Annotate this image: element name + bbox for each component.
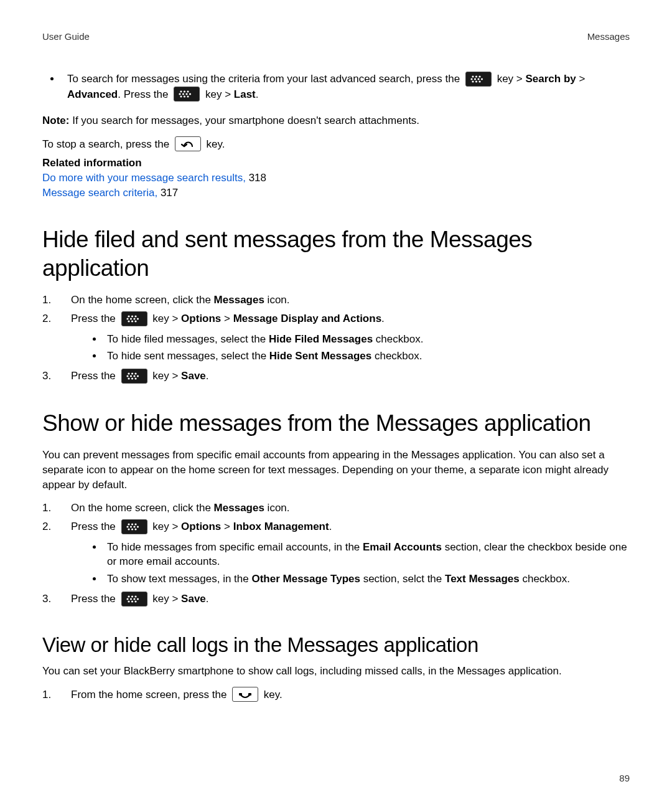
- header-right: Messages: [587, 30, 630, 43]
- text: >: [221, 313, 233, 324]
- section-heading-hide-filed-sent: Hide filed and sent messages from the Me…: [42, 225, 630, 283]
- text: To show text messages, in the: [107, 573, 251, 585]
- step-item: From the home screen, press the key.: [42, 687, 630, 703]
- bb-key-icon: [121, 369, 147, 384]
- text: Inbox Management: [233, 521, 329, 532]
- text: section, selct the: [360, 573, 445, 585]
- sub-bullet-list: To hide filed messages, select the Hide …: [71, 332, 630, 364]
- text: On the home screen, click the: [71, 294, 214, 306]
- sub-bullet-item: To hide messages from specific email acc…: [103, 540, 630, 570]
- text: .: [206, 370, 209, 382]
- related-item: Do more with your message search results…: [42, 171, 630, 186]
- step-item: On the home screen, click the Messages i…: [42, 501, 630, 516]
- bb-key-icon: [121, 311, 147, 326]
- related-item: Message search criteria, 317: [42, 186, 630, 201]
- top-bullet-list: To search for messages using the criteri…: [42, 72, 630, 102]
- text: icon.: [264, 294, 290, 306]
- note-paragraph: Note: If you search for messages, your s…: [42, 113, 630, 128]
- text: .: [256, 88, 259, 100]
- text: Options: [181, 313, 221, 324]
- section-intro: You can set your BlackBerry smartphone t…: [42, 664, 630, 679]
- text: From the home screen, press the: [71, 689, 230, 701]
- sub-bullet-list: To hide messages from specific email acc…: [71, 540, 630, 587]
- text: key >: [150, 593, 182, 605]
- sub-bullet-item: To hide filed messages, select the Hide …: [103, 332, 630, 347]
- text: >: [576, 73, 586, 85]
- bb-key-icon: [121, 519, 147, 534]
- step-item: On the home screen, click the Messages i…: [42, 293, 630, 308]
- page-number: 89: [619, 772, 630, 785]
- text: key >: [494, 73, 526, 85]
- back-key-icon: [175, 136, 201, 151]
- text: To stop a search, press the: [42, 138, 172, 150]
- text: Messages: [214, 502, 264, 514]
- text: To hide sent messages, select the: [107, 350, 269, 362]
- step-item: Press the key > Save.: [42, 592, 630, 607]
- text: checkbox.: [373, 333, 423, 345]
- text: key.: [203, 138, 225, 150]
- stop-search-line: To stop a search, press the key.: [42, 137, 630, 153]
- header-row: User Guide Messages: [42, 30, 630, 43]
- text: .: [381, 313, 385, 324]
- step-item: Press the key > Save.: [42, 369, 630, 384]
- text: Email Accounts: [363, 541, 442, 553]
- text: Advanced: [67, 88, 118, 100]
- text: Messages: [214, 294, 264, 306]
- text: Press the: [71, 593, 119, 605]
- note-label: Note:: [42, 115, 69, 126]
- steps-list: From the home screen, press the key.: [42, 687, 630, 703]
- section-intro: You can prevent messages from specific e…: [42, 448, 630, 492]
- text: icon.: [264, 502, 290, 514]
- text: To search for messages using the criteri…: [67, 73, 463, 85]
- related-heading: Related information: [42, 156, 630, 171]
- note-text: If you search for messages, your smartph…: [69, 115, 419, 126]
- related-info: Related information Do more with your me…: [42, 156, 630, 200]
- text: To hide messages from specific email acc…: [107, 541, 363, 553]
- steps-list: On the home screen, click the Messages i…: [42, 501, 630, 606]
- text: Hide Filed Messages: [269, 333, 373, 345]
- text: Text Messages: [445, 573, 520, 585]
- text: Save: [181, 370, 206, 382]
- text: key >: [150, 521, 182, 532]
- text: key >: [150, 370, 182, 382]
- related-page: 318: [246, 172, 266, 184]
- text: Save: [181, 593, 206, 605]
- sub-bullet-item: To hide sent messages, select the Hide S…: [103, 349, 630, 364]
- text: Options: [181, 521, 221, 532]
- text: Other Message Types: [251, 573, 360, 585]
- steps-list: On the home screen, click the Messages i…: [42, 293, 630, 384]
- related-link[interactable]: Do more with your message search results…: [42, 172, 246, 184]
- section-heading-view-hide-call-logs: View or hide call logs in the Messages a…: [42, 632, 630, 658]
- text: Search by: [525, 73, 576, 85]
- top-bullet-item: To search for messages using the criteri…: [61, 72, 630, 102]
- text: key.: [261, 689, 282, 701]
- text: .: [329, 521, 332, 532]
- bb-key-icon: [174, 87, 200, 101]
- text: Press the: [71, 370, 119, 382]
- text: Press the: [71, 313, 119, 324]
- text: To hide filed messages, select the: [107, 333, 269, 345]
- section-heading-show-hide-messages: Show or hide messages from the Messages …: [42, 409, 630, 438]
- text: key >: [202, 88, 234, 100]
- sub-bullet-item: To show text messages, in the Other Mess…: [103, 572, 630, 587]
- text: checkbox.: [520, 573, 570, 585]
- call-key-icon: [232, 687, 258, 702]
- text: . Press the: [118, 88, 171, 100]
- text: Last: [234, 88, 256, 100]
- text: >: [221, 521, 233, 532]
- text: .: [206, 593, 209, 605]
- text: checkbox.: [371, 350, 422, 362]
- page: User Guide Messages To search for messag…: [0, 0, 672, 807]
- related-page: 317: [157, 187, 178, 199]
- step-item: Press the key > Options > Message Displa…: [42, 311, 630, 364]
- bb-key-icon: [465, 72, 492, 87]
- text: key >: [150, 313, 182, 324]
- related-link[interactable]: Message search criteria,: [42, 187, 157, 199]
- text: Message Display and Actions: [233, 313, 381, 324]
- text: Hide Sent Messages: [269, 350, 371, 362]
- step-item: Press the key > Options > Inbox Manageme…: [42, 519, 630, 587]
- header-left: User Guide: [42, 30, 90, 43]
- bb-key-icon: [121, 592, 147, 606]
- text: Press the: [71, 521, 119, 532]
- text: On the home screen, click the: [71, 502, 214, 514]
